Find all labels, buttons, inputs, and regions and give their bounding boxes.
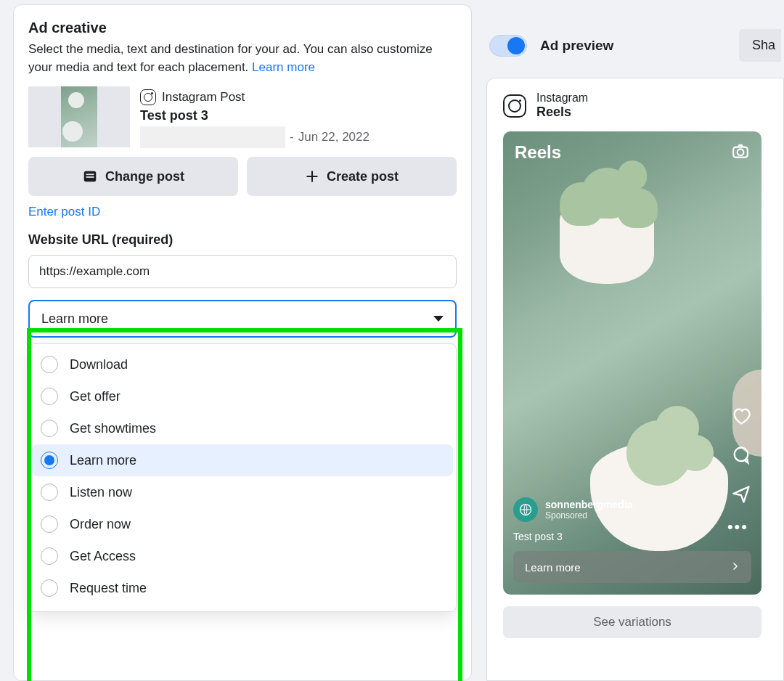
cta-option-label: Get offer <box>70 389 121 404</box>
change-post-label: Change post <box>105 169 184 184</box>
plus-icon <box>305 169 319 184</box>
preview-sponsored: Sponsored <box>545 510 633 521</box>
preview-panel: Ad preview Sha Instagram Reels Reels <box>486 0 784 681</box>
svg-point-4 <box>738 149 744 155</box>
radio-icon <box>41 547 58 565</box>
svg-point-5 <box>735 448 748 462</box>
enter-post-id-link[interactable]: Enter post ID <box>28 205 100 219</box>
cta-option-label: Request time <box>70 581 147 596</box>
cta-option-get-access[interactable]: Get Access <box>32 540 453 572</box>
learn-more-link[interactable]: Learn more <box>252 60 315 74</box>
post-icon <box>82 168 98 184</box>
ad-creative-panel: Ad creative Select the media, text and d… <box>13 4 472 681</box>
reels-preview: Reels sonnenbergmedia Sponsored Te <box>503 131 761 595</box>
cta-option-label: Get showtimes <box>70 421 156 436</box>
post-source-label: Instagram Post <box>162 90 245 105</box>
ad-preview-toggle[interactable] <box>489 35 527 57</box>
avatar <box>513 497 538 522</box>
radio-icon <box>41 452 58 469</box>
radio-icon <box>41 579 58 597</box>
create-post-label: Create post <box>327 169 399 184</box>
svg-rect-1 <box>86 174 94 176</box>
share-icon[interactable] <box>731 484 751 507</box>
cta-option-request-time[interactable]: Request time <box>32 572 453 604</box>
reels-header: Reels <box>515 142 561 163</box>
cta-dropdown: DownloadGet offerGet showtimesLearn more… <box>28 343 457 612</box>
cta-option-learn-more[interactable]: Learn more <box>32 444 453 476</box>
comment-icon[interactable] <box>731 445 751 468</box>
svg-rect-2 <box>86 176 94 178</box>
instagram-icon <box>140 89 156 105</box>
section-description: Select the media, text and destination f… <box>28 41 457 76</box>
website-url-label: Website URL (required) <box>28 232 457 248</box>
cta-option-listen-now[interactable]: Listen now <box>32 476 453 508</box>
description-text: Select the media, text and destination f… <box>28 42 433 74</box>
camera-icon <box>731 142 750 163</box>
radio-icon <box>41 356 58 373</box>
caret-down-icon <box>433 316 444 322</box>
instagram-icon <box>503 94 526 118</box>
cta-selected-label: Learn more <box>41 311 108 327</box>
share-button[interactable]: Sha <box>739 29 781 62</box>
ad-preview-label: Ad preview <box>540 38 726 54</box>
create-post-button[interactable]: Create post <box>247 157 457 196</box>
cta-option-get-showtimes[interactable]: Get showtimes <box>32 412 453 444</box>
heart-icon[interactable] <box>731 406 751 429</box>
cta-option-download[interactable]: Download <box>32 348 453 380</box>
cta-option-get-offer[interactable]: Get offer <box>32 380 453 412</box>
cta-option-label: Order now <box>70 517 131 532</box>
radio-icon <box>41 388 58 405</box>
preview-cta-label: Learn more <box>525 561 581 574</box>
cta-option-label: Listen now <box>70 485 132 500</box>
post-thumbnail <box>28 86 130 147</box>
chevron-right-icon <box>731 560 740 574</box>
preview-card: Instagram Reels Reels <box>486 78 784 681</box>
cta-option-label: Download <box>70 357 128 372</box>
website-url-input[interactable] <box>28 255 457 288</box>
post-title: Test post 3 <box>140 108 457 123</box>
selected-post: Instagram Post Test post 3 - Jun 22, 202… <box>28 86 457 148</box>
radio-icon <box>41 515 58 533</box>
cta-option-label: Get Access <box>70 549 136 564</box>
cta-option-label: Learn more <box>70 453 136 468</box>
post-date: Jun 22, 2022 <box>298 130 369 144</box>
cta-select[interactable]: Learn more <box>28 300 457 338</box>
radio-icon <box>41 484 58 501</box>
section-title: Ad creative <box>28 20 457 36</box>
preview-cta-button[interactable]: Learn more <box>513 551 751 583</box>
redacted-account <box>140 126 285 148</box>
preview-caption: Test post 3 <box>513 531 563 542</box>
change-post-button[interactable]: Change post <box>28 157 238 196</box>
preview-placement: Reels <box>536 105 588 120</box>
radio-icon <box>41 420 58 437</box>
cta-option-order-now[interactable]: Order now <box>32 508 453 540</box>
more-icon[interactable]: ••• <box>727 518 748 537</box>
preview-platform: Instagram <box>536 91 588 105</box>
date-separator: - <box>290 130 294 144</box>
see-variations-button[interactable]: See variations <box>503 606 761 638</box>
preview-username: sonnenbergmedia <box>545 499 633 510</box>
